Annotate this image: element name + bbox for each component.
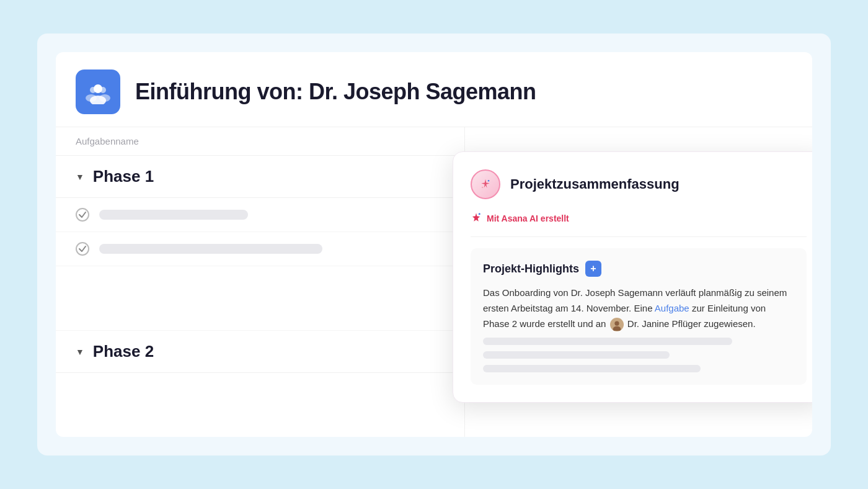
task-2-placeholder [99, 244, 322, 254]
highlights-text: Das Onboarding von Dr. Joseph Sagemann v… [483, 285, 794, 331]
highlights-title: Projekt-Highlights [483, 262, 579, 276]
placeholder-line-3 [483, 365, 701, 372]
ai-star-icon [471, 212, 482, 225]
svg-point-8 [479, 213, 480, 215]
phase-1-title: Phase 1 [93, 167, 154, 186]
svg-point-3 [86, 94, 97, 102]
main-panel: Einführung von: Dr. Joseph Sagemann Aufg… [56, 52, 812, 437]
task-list-spacer [56, 266, 464, 331]
app-icon [76, 70, 120, 114]
avatar [610, 318, 624, 331]
task-row-2 [56, 232, 464, 266]
task-row-1 [56, 198, 464, 232]
task-1-placeholder [99, 210, 248, 220]
highlights-title-row: Projekt-Highlights + [483, 261, 794, 277]
svg-point-6 [488, 180, 490, 182]
summary-title: Projektzusammenfassung [510, 176, 680, 192]
page-title: Einführung von: Dr. Joseph Sagemann [135, 79, 536, 105]
svg-point-2 [90, 87, 96, 93]
highlights-text-part3: Dr. Janine Pflüger zugewiesen. [627, 318, 756, 329]
summary-icon [471, 169, 500, 199]
task-1-checkbox[interactable] [76, 208, 89, 222]
task-2-checkbox[interactable] [76, 242, 89, 256]
bottom-filler [56, 373, 464, 437]
column-header: Aufgabenname [56, 127, 464, 156]
summary-panel: Projektzusammenfassung Mit Asana AI erst… [453, 151, 812, 403]
ai-badge-text: Mit Asana AI erstellt [487, 213, 569, 223]
phase-1-row[interactable]: ▼ Phase 1 [56, 156, 464, 198]
page-header: Einführung von: Dr. Joseph Sagemann [56, 52, 812, 127]
svg-point-4 [100, 87, 106, 93]
svg-point-5 [99, 94, 110, 102]
svg-point-7 [482, 187, 483, 188]
phase-2-title: Phase 2 [93, 342, 154, 361]
summary-header: Projektzusammenfassung [471, 169, 807, 199]
contacts-icon [86, 79, 110, 104]
highlights-section: Projekt-Highlights + Das Onboarding von … [471, 248, 807, 385]
ai-badge: Mit Asana AI erstellt [471, 212, 807, 237]
highlights-link[interactable]: Aufgabe [655, 303, 689, 313]
plus-badge[interactable]: + [585, 261, 601, 277]
placeholder-line-2 [483, 351, 670, 359]
phase-2-row[interactable]: ▼ Phase 2 [56, 331, 464, 373]
outer-container: Einführung von: Dr. Joseph Sagemann Aufg… [37, 34, 831, 455]
sparkle-icon [479, 178, 492, 191]
phase-2-chevron-icon: ▼ [76, 347, 84, 357]
phase-1-chevron-icon: ▼ [76, 172, 84, 182]
svg-point-10 [614, 321, 619, 325]
task-list: Aufgabenname ▼ Phase 1 [56, 127, 465, 437]
placeholder-line-1 [483, 338, 732, 345]
